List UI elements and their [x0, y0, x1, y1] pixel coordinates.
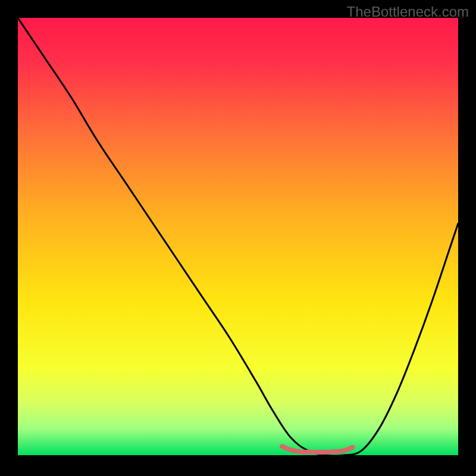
- chart-lines: [18, 18, 458, 455]
- plot-area: [18, 18, 458, 455]
- optimal-range-marker: [282, 446, 352, 452]
- watermark-text: TheBottleneck.com: [347, 4, 469, 20]
- plot-frame: [18, 18, 458, 455]
- bottleneck-curve: [18, 18, 458, 455]
